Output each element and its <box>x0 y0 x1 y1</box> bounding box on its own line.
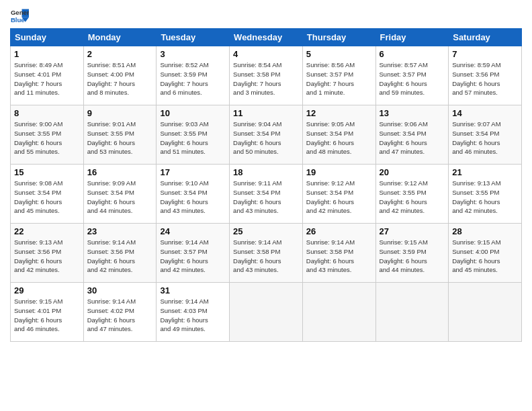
calendar-cell <box>449 283 522 342</box>
day-info: Sunrise: 9:14 AM Sunset: 3:58 PM Dayligh… <box>306 238 372 275</box>
weekday-header-friday: Friday <box>375 29 449 46</box>
calendar-cell: 25Sunrise: 9:14 AM Sunset: 3:58 PM Dayli… <box>230 224 303 283</box>
calendar-table: SundayMondayTuesdayWednesdayThursdayFrid… <box>10 28 522 342</box>
day-number: 4 <box>233 49 299 59</box>
calendar-cell: 8Sunrise: 9:00 AM Sunset: 3:55 PM Daylig… <box>11 105 84 165</box>
day-info: Sunrise: 9:10 AM Sunset: 3:54 PM Dayligh… <box>160 179 226 216</box>
day-info: Sunrise: 8:59 AM Sunset: 3:56 PM Dayligh… <box>452 60 518 97</box>
calendar-week-row: 29Sunrise: 9:15 AM Sunset: 4:01 PM Dayli… <box>11 283 522 342</box>
calendar-cell: 19Sunrise: 9:12 AM Sunset: 3:54 PM Dayli… <box>302 165 375 224</box>
weekday-header-monday: Monday <box>83 29 157 46</box>
day-info: Sunrise: 9:08 AM Sunset: 3:54 PM Dayligh… <box>14 179 80 216</box>
calendar-cell: 26Sunrise: 9:14 AM Sunset: 3:58 PM Dayli… <box>302 224 375 283</box>
calendar-cell: 7Sunrise: 8:59 AM Sunset: 3:56 PM Daylig… <box>449 46 522 105</box>
day-number: 1 <box>14 49 80 59</box>
calendar-cell: 20Sunrise: 9:12 AM Sunset: 3:55 PM Dayli… <box>375 165 449 224</box>
calendar-cell: 3Sunrise: 8:52 AM Sunset: 3:59 PM Daylig… <box>157 46 230 105</box>
calendar-week-row: 1Sunrise: 8:49 AM Sunset: 4:01 PM Daylig… <box>11 46 522 105</box>
logo: General Blue <box>10 7 29 26</box>
day-number: 26 <box>306 226 372 236</box>
day-info: Sunrise: 9:11 AM Sunset: 3:54 PM Dayligh… <box>233 179 299 216</box>
day-number: 9 <box>87 108 153 118</box>
day-number: 2 <box>87 49 153 59</box>
day-number: 15 <box>14 167 80 177</box>
calendar-cell: 28Sunrise: 9:15 AM Sunset: 4:00 PM Dayli… <box>449 224 522 283</box>
calendar-cell: 11Sunrise: 9:04 AM Sunset: 3:54 PM Dayli… <box>230 105 303 165</box>
day-number: 14 <box>452 108 518 118</box>
logo-icon: General Blue <box>10 7 29 26</box>
header: General Blue <box>10 7 522 26</box>
day-info: Sunrise: 9:15 AM Sunset: 3:59 PM Dayligh… <box>380 238 445 275</box>
day-number: 10 <box>160 108 226 118</box>
day-number: 29 <box>14 285 80 295</box>
day-number: 3 <box>160 49 226 59</box>
calendar-cell: 9Sunrise: 9:01 AM Sunset: 3:55 PM Daylig… <box>83 105 157 165</box>
weekday-header-sunday: Sunday <box>11 29 84 46</box>
day-number: 31 <box>160 285 226 295</box>
day-number: 30 <box>87 285 153 295</box>
calendar-cell: 18Sunrise: 9:11 AM Sunset: 3:54 PM Dayli… <box>230 165 303 224</box>
day-info: Sunrise: 9:14 AM Sunset: 3:56 PM Dayligh… <box>87 238 153 275</box>
day-number: 27 <box>380 226 445 236</box>
day-number: 18 <box>233 167 299 177</box>
calendar-cell: 27Sunrise: 9:15 AM Sunset: 3:59 PM Dayli… <box>375 224 449 283</box>
day-info: Sunrise: 8:57 AM Sunset: 3:57 PM Dayligh… <box>380 60 445 97</box>
calendar-cell: 6Sunrise: 8:57 AM Sunset: 3:57 PM Daylig… <box>375 46 449 105</box>
day-number: 17 <box>160 167 226 177</box>
calendar-cell: 23Sunrise: 9:14 AM Sunset: 3:56 PM Dayli… <box>83 224 157 283</box>
day-number: 21 <box>452 167 518 177</box>
calendar-cell: 15Sunrise: 9:08 AM Sunset: 3:54 PM Dayli… <box>11 165 84 224</box>
svg-text:Blue: Blue <box>11 16 25 24</box>
calendar-cell: 14Sunrise: 9:07 AM Sunset: 3:54 PM Dayli… <box>449 105 522 165</box>
weekday-header-wednesday: Wednesday <box>230 29 303 46</box>
day-info: Sunrise: 9:00 AM Sunset: 3:55 PM Dayligh… <box>14 120 80 156</box>
svg-text:General: General <box>11 9 29 16</box>
day-info: Sunrise: 9:03 AM Sunset: 3:55 PM Dayligh… <box>160 120 226 156</box>
day-number: 28 <box>452 226 518 236</box>
calendar-cell: 31Sunrise: 9:14 AM Sunset: 4:03 PM Dayli… <box>157 283 230 342</box>
calendar-cell: 17Sunrise: 9:10 AM Sunset: 3:54 PM Dayli… <box>157 165 230 224</box>
calendar-cell: 1Sunrise: 8:49 AM Sunset: 4:01 PM Daylig… <box>11 46 84 105</box>
calendar-week-row: 15Sunrise: 9:08 AM Sunset: 3:54 PM Dayli… <box>11 165 522 224</box>
day-info: Sunrise: 8:49 AM Sunset: 4:01 PM Dayligh… <box>14 60 80 97</box>
day-number: 16 <box>87 167 153 177</box>
day-number: 20 <box>380 167 445 177</box>
day-number: 12 <box>306 108 372 118</box>
day-number: 13 <box>380 108 445 118</box>
day-number: 24 <box>160 226 226 236</box>
day-number: 6 <box>380 49 445 59</box>
day-number: 19 <box>306 167 372 177</box>
calendar-cell: 4Sunrise: 8:54 AM Sunset: 3:58 PM Daylig… <box>230 46 303 105</box>
day-number: 7 <box>452 49 518 59</box>
day-number: 22 <box>14 226 80 236</box>
day-info: Sunrise: 9:15 AM Sunset: 4:01 PM Dayligh… <box>14 297 80 334</box>
calendar-cell: 10Sunrise: 9:03 AM Sunset: 3:55 PM Dayli… <box>157 105 230 165</box>
calendar-cell: 13Sunrise: 9:06 AM Sunset: 3:54 PM Dayli… <box>375 105 449 165</box>
day-info: Sunrise: 9:12 AM Sunset: 3:54 PM Dayligh… <box>306 179 372 216</box>
calendar-cell: 5Sunrise: 8:56 AM Sunset: 3:57 PM Daylig… <box>302 46 375 105</box>
calendar-cell: 12Sunrise: 9:05 AM Sunset: 3:54 PM Dayli… <box>302 105 375 165</box>
calendar-cell: 21Sunrise: 9:13 AM Sunset: 3:55 PM Dayli… <box>449 165 522 224</box>
day-number: 8 <box>14 108 80 118</box>
day-info: Sunrise: 9:14 AM Sunset: 4:03 PM Dayligh… <box>160 297 226 334</box>
day-number: 5 <box>306 49 372 59</box>
day-number: 25 <box>233 226 299 236</box>
day-info: Sunrise: 9:14 AM Sunset: 3:57 PM Dayligh… <box>160 238 226 275</box>
page-container: General Blue SundayMondayTuesdayWednesda… <box>0 0 532 349</box>
day-info: Sunrise: 8:52 AM Sunset: 3:59 PM Dayligh… <box>160 60 226 97</box>
calendar-cell: 29Sunrise: 9:15 AM Sunset: 4:01 PM Dayli… <box>11 283 84 342</box>
calendar-cell: 24Sunrise: 9:14 AM Sunset: 3:57 PM Dayli… <box>157 224 230 283</box>
day-info: Sunrise: 8:51 AM Sunset: 4:00 PM Dayligh… <box>87 60 153 97</box>
calendar-week-row: 8Sunrise: 9:00 AM Sunset: 3:55 PM Daylig… <box>11 105 522 165</box>
day-info: Sunrise: 9:09 AM Sunset: 3:54 PM Dayligh… <box>87 179 153 216</box>
day-info: Sunrise: 9:05 AM Sunset: 3:54 PM Dayligh… <box>306 120 372 156</box>
calendar-cell <box>375 283 449 342</box>
day-info: Sunrise: 8:54 AM Sunset: 3:58 PM Dayligh… <box>233 60 299 97</box>
day-info: Sunrise: 9:12 AM Sunset: 3:55 PM Dayligh… <box>380 179 445 216</box>
day-info: Sunrise: 9:06 AM Sunset: 3:54 PM Dayligh… <box>380 120 445 156</box>
weekday-header-tuesday: Tuesday <box>157 29 230 46</box>
calendar-cell: 30Sunrise: 9:14 AM Sunset: 4:02 PM Dayli… <box>83 283 157 342</box>
weekday-header-saturday: Saturday <box>449 29 522 46</box>
calendar-cell: 2Sunrise: 8:51 AM Sunset: 4:00 PM Daylig… <box>83 46 157 105</box>
calendar-cell: 22Sunrise: 9:13 AM Sunset: 3:56 PM Dayli… <box>11 224 84 283</box>
